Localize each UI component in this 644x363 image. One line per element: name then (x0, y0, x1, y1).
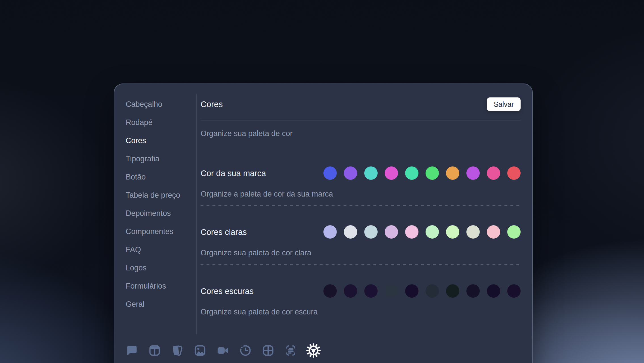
sidebar-item-tipografia[interactable]: Tipografia (126, 150, 195, 168)
sidebar-item-cores[interactable]: Cores (126, 132, 195, 150)
color-swatch[interactable] (364, 166, 378, 180)
color-swatch[interactable] (487, 284, 500, 298)
color-swatch[interactable] (385, 284, 398, 298)
color-swatch[interactable] (446, 166, 459, 180)
section-description: Organize sua paleta de cor escura (201, 306, 318, 318)
color-section: Cores clarasOrganize sua paleta de cor c… (201, 224, 521, 266)
desktop-background: CabeçalhoRodapéCoresTipografiaBotãoTabel… (0, 0, 644, 363)
sidebar-item-geral[interactable]: Geral (126, 295, 195, 313)
chat-icon[interactable] (124, 343, 140, 358)
color-swatch[interactable] (466, 166, 480, 180)
sidebar-item-logos[interactable]: Logos (126, 259, 195, 277)
layout-icon[interactable] (147, 343, 162, 358)
color-swatch[interactable] (364, 284, 378, 298)
swatch-row (323, 166, 521, 180)
color-swatch[interactable] (446, 284, 459, 298)
table-icon[interactable] (260, 343, 276, 358)
main-content: Cores Salvar Organize sua paleta de cor … (201, 84, 521, 363)
dashed-divider (201, 205, 521, 206)
color-swatch[interactable] (446, 225, 459, 239)
scan-form-icon[interactable] (283, 343, 298, 358)
color-section: Cor da sua marcaOrganize a paleta de cor… (201, 165, 521, 207)
color-swatch[interactable] (405, 225, 418, 239)
header-divider (201, 120, 521, 120)
color-swatch[interactable] (405, 284, 418, 298)
sidebar-nav: CabeçalhoRodapéCoresTipografiaBotãoTabel… (126, 95, 195, 313)
sidebar-item-tabela-de-preco[interactable]: Tabela de preço (126, 186, 195, 204)
settings-panel: CabeçalhoRodapéCoresTipografiaBotãoTabel… (114, 84, 533, 363)
color-swatch[interactable] (323, 284, 337, 298)
sidebar-item-formularios[interactable]: Formulários (126, 277, 195, 295)
section-label: Cor da sua marca (201, 169, 266, 178)
color-swatch[interactable] (466, 284, 480, 298)
color-swatch[interactable] (385, 166, 398, 180)
sidebar-item-botao[interactable]: Botão (126, 168, 195, 186)
color-swatch[interactable] (323, 166, 337, 180)
color-swatch[interactable] (323, 225, 337, 239)
color-swatch[interactable] (507, 166, 521, 180)
sidebar-item-cabecalho[interactable]: Cabeçalho (126, 95, 195, 113)
color-swatch[interactable] (405, 166, 418, 180)
color-swatch[interactable] (426, 225, 439, 239)
color-swatch[interactable] (344, 284, 357, 298)
section-label: Cores claras (201, 228, 247, 237)
color-section: Cores escurasOrganize sua paleta de cor … (201, 283, 521, 325)
sidebar-item-rodape[interactable]: Rodapé (126, 113, 195, 132)
color-swatch[interactable] (466, 225, 480, 239)
section-description: Organize sua paleta de cor clara (201, 247, 311, 258)
clock-icon[interactable] (238, 343, 253, 358)
page-title: Cores (201, 97, 521, 111)
image-icon[interactable] (192, 343, 208, 358)
color-swatch[interactable] (426, 166, 439, 180)
dashed-divider (201, 264, 521, 265)
page-subtitle: Organize sua paleta de cor (201, 128, 292, 139)
color-swatch[interactable] (364, 225, 378, 239)
color-swatch[interactable] (487, 166, 500, 180)
bottom-toolbar (124, 343, 321, 358)
swatch-row (323, 225, 521, 239)
sidebar-item-componentes[interactable]: Componentes (126, 222, 195, 241)
color-swatch[interactable] (507, 225, 521, 239)
cards-icon[interactable] (170, 343, 185, 358)
color-swatch[interactable] (344, 166, 357, 180)
sidebar-divider (196, 94, 197, 334)
settings-gear-icon[interactable] (306, 343, 321, 358)
sidebar-item-depoimentos[interactable]: Depoimentos (126, 204, 195, 222)
swatch-row (323, 284, 521, 298)
video-icon[interactable] (215, 343, 230, 358)
color-swatch[interactable] (385, 225, 398, 239)
content-header: Cores Salvar (201, 97, 521, 111)
section-description: Organize a paleta de cor da sua marca (201, 188, 333, 200)
color-swatch[interactable] (487, 225, 500, 239)
save-button[interactable]: Salvar (487, 97, 521, 111)
color-swatch[interactable] (507, 284, 521, 298)
color-swatch[interactable] (426, 284, 439, 298)
sidebar-item-faq[interactable]: FAQ (126, 241, 195, 259)
section-label: Cores escuras (201, 287, 254, 296)
color-swatch[interactable] (344, 225, 357, 239)
